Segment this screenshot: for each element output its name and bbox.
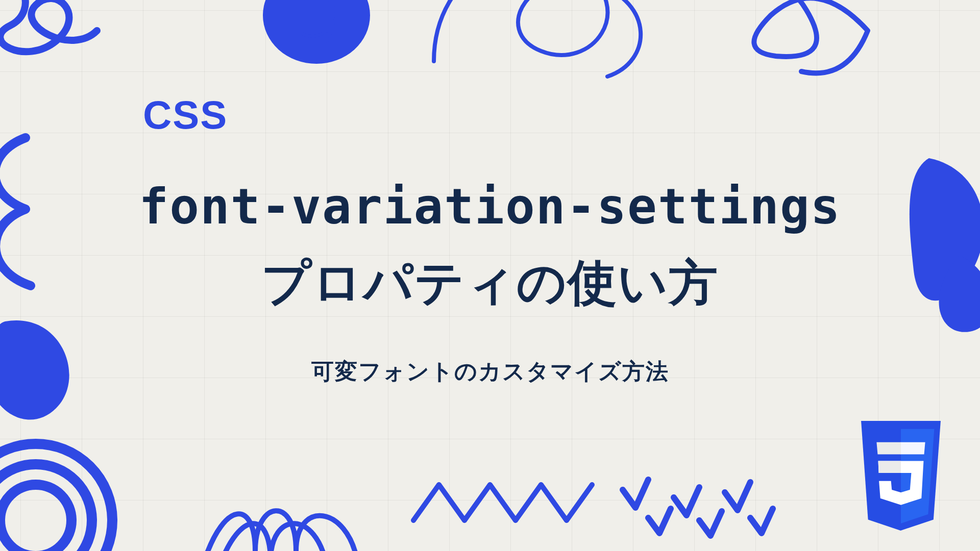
css3-logo-icon [852,421,949,531]
doodle-checkmarks-bottom [618,469,801,541]
svg-point-3 [0,485,71,551]
subtitle: 可変フォントのカスタマイズ方法 [0,357,980,387]
title-line-1: font-variation-settings [0,169,980,245]
doodle-scribble-bottom [194,469,378,551]
doodle-squiggle-top-left [0,0,122,82]
svg-point-2 [0,464,92,551]
category-badge: CSS [143,92,980,138]
main-content: CSS font-variation-settings プロパティの使い方 可変… [0,92,980,387]
doodle-big-loop-top [413,0,679,92]
doodle-rings-bottom-left [0,418,153,551]
doodle-zigzag-bottom [408,474,602,541]
title-line-2: プロパティの使い方 [0,245,980,321]
svg-point-0 [263,0,370,64]
doodle-spiral-top-right [715,0,898,102]
doodle-scribble-ball-top [250,0,383,82]
